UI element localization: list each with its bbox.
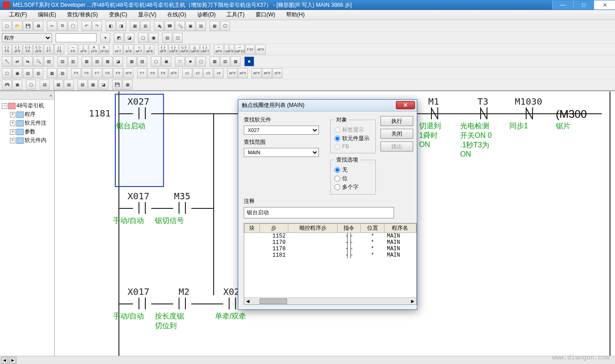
tbtn[interactable]: cF9: [272, 68, 282, 78]
tbtn[interactable]: ▣: [149, 33, 159, 43]
tbtn[interactable]: ▧: [44, 56, 54, 66]
tbtn[interactable]: ▨: [137, 56, 147, 66]
tbtn[interactable]: ▢: [26, 80, 36, 90]
tbtn[interactable]: ■: [185, 56, 195, 66]
tbtn[interactable]: ▤: [23, 68, 33, 78]
scroll-right-icon[interactable]: ►: [9, 357, 16, 364]
tbtn[interactable]: ▤: [40, 80, 50, 90]
tbtn[interactable]: ▤: [162, 33, 172, 43]
collapse-icon[interactable]: −: [2, 103, 7, 109]
tbtn[interactable]: 🖵: [220, 21, 230, 31]
output-coil[interactable]: (M300: [556, 108, 587, 121]
tbtn[interactable]: ▦: [47, 68, 57, 78]
project-tree[interactable]: − 48号牵引机 + 程序 + 软元件注 + 参数: [0, 100, 54, 147]
menu-tools[interactable]: 工具(T): [221, 10, 250, 20]
tbtn[interactable]: ▤: [220, 56, 230, 66]
close-button[interactable]: ✕: [594, 0, 615, 10]
tbtn[interactable]: aF5: [227, 68, 237, 78]
tbtn[interactable]: c2: [193, 68, 203, 78]
tbtn[interactable]: ▣: [12, 80, 22, 90]
tbtn[interactable]: aF9: [256, 45, 266, 55]
tbtn[interactable]: ▦: [231, 56, 241, 66]
tbtn[interactable]: ▥: [33, 68, 43, 78]
contact-no[interactable]: [173, 202, 191, 214]
tbtn[interactable]: ( )F7: [44, 45, 54, 55]
tbtn[interactable]: 💾: [112, 80, 122, 90]
th-step[interactable]: 步: [259, 224, 288, 233]
tree-node-param[interactable]: + 参数: [10, 127, 52, 136]
tbtn[interactable]: ◪: [98, 80, 108, 90]
tbtn[interactable]: F8: [148, 68, 158, 78]
search-device-select[interactable]: X027: [244, 126, 319, 135]
tbtn[interactable]: F10: [245, 45, 255, 55]
th-prog[interactable]: 程序名: [384, 224, 416, 233]
cut-icon[interactable]: ✂: [47, 21, 57, 31]
tbtn[interactable]: ▣: [161, 56, 171, 66]
redo-icon[interactable]: ↷: [92, 21, 102, 31]
contact-no[interactable]: [133, 202, 151, 214]
tbtn[interactable]: ↓/aF8: [144, 45, 154, 55]
tbtn[interactable]: ▨: [77, 80, 87, 90]
contact-no[interactable]: [133, 298, 151, 309]
tbtn[interactable]: ┤├aF5: [158, 45, 168, 55]
menu-project[interactable]: 工程(F): [4, 10, 32, 20]
tbtn[interactable]: ↑sF7: [113, 45, 123, 55]
minimize-button[interactable]: ―: [552, 0, 573, 10]
menu-help[interactable]: 帮助(H): [281, 10, 310, 20]
maximize-button[interactable]: □: [573, 0, 594, 10]
tbtn[interactable]: □: [175, 56, 185, 66]
tbtn[interactable]: 🔍: [33, 56, 43, 66]
tbtn[interactable]: c1: [182, 68, 192, 78]
table-row[interactable]: 1152┤├*MAIN: [245, 233, 416, 240]
scroll-left-icon[interactable]: ◄: [1, 357, 8, 364]
expand-icon[interactable]: +: [10, 112, 15, 117]
tbtn[interactable]: sF9: [169, 68, 179, 78]
contact-no[interactable]: [173, 298, 191, 309]
tbtn[interactable]: F7: [92, 68, 102, 78]
menu-search[interactable]: 查找/替换(S): [62, 10, 103, 20]
tbtn[interactable]: aF9: [251, 68, 261, 78]
paste-icon[interactable]: 📋: [68, 21, 78, 31]
tbtn[interactable]: ▢: [138, 33, 148, 43]
tbtn[interactable]: c3: [203, 68, 213, 78]
tbtn[interactable]: ▧: [57, 68, 67, 78]
menu-online[interactable]: 在线(O): [162, 10, 191, 20]
tree-close-icon[interactable]: ×: [50, 93, 52, 98]
tbtn[interactable]: ↑/aF7: [134, 45, 144, 55]
expand-icon[interactable]: +: [10, 129, 15, 135]
tbtn[interactable]: ▧: [64, 80, 74, 90]
tbtn[interactable]: 🔧: [2, 56, 12, 66]
th-block[interactable]: 块: [245, 224, 260, 233]
tbtn[interactable]: 🎮: [2, 80, 12, 90]
opt-bit-radio[interactable]: [334, 176, 340, 182]
tree-root[interactable]: − 48号牵引机: [2, 101, 52, 110]
tbtn[interactable]: F7: [137, 68, 147, 78]
opt-multi-radio[interactable]: [334, 184, 340, 190]
tbtn[interactable]: ▦: [123, 80, 133, 90]
tbtn[interactable]: ▦: [53, 80, 63, 90]
tbtn[interactable]: ↓sF8: [123, 45, 133, 55]
menu-convert[interactable]: 变换(C): [103, 10, 133, 20]
tbtn[interactable]: ▾: [100, 33, 110, 43]
tbtn[interactable]: ▥: [68, 56, 78, 66]
tbtn[interactable]: ▦: [127, 56, 137, 66]
tbtn[interactable]: ☎: [164, 21, 174, 31]
expand-icon[interactable]: +: [10, 138, 15, 143]
zoom-icon[interactable]: 🔍: [175, 21, 185, 31]
close-button[interactable]: 关闭: [380, 129, 413, 139]
tbtn[interactable]: c4: [214, 68, 224, 78]
tbtn[interactable]: ▦: [130, 21, 140, 31]
tree-node-comment[interactable]: + 软元件注: [10, 119, 52, 127]
tbtn[interactable]: ▣: [12, 68, 22, 78]
tbtn[interactable]: ▢: [2, 68, 12, 78]
contact-nc[interactable]: [425, 107, 444, 119]
tbtn[interactable]: ■: [244, 56, 254, 66]
table-row[interactable]: 1181┤├*MAIN: [245, 252, 416, 258]
bottom-scrollbar[interactable]: ◄ ►: [0, 356, 615, 364]
tbtn[interactable]: ┤/├sF6: [33, 45, 43, 55]
tbtn[interactable]: ✕cF10: [99, 45, 109, 55]
tbtn[interactable]: [ ]F8: [54, 45, 64, 55]
tbtn[interactable]: ▨: [92, 56, 102, 66]
th-seq[interactable]: 顺控程序步: [288, 224, 338, 233]
tbtn[interactable]: ◪: [124, 33, 134, 43]
